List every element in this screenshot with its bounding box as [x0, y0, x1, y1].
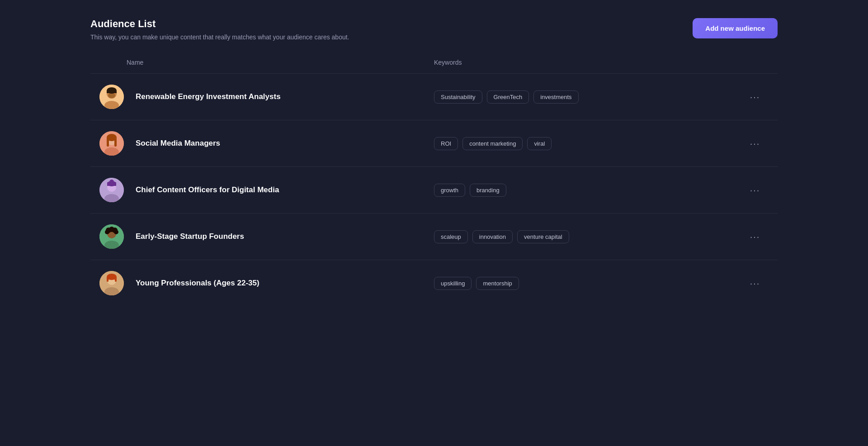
table-row: Chief Content Officers for Digital Media…	[90, 167, 778, 214]
audience-name: Young Professionals (Ages 22-35)	[127, 279, 434, 288]
keywords-cell: ROI content marketing viral	[434, 137, 741, 150]
header-left: Audience List This way, you can make uni…	[90, 18, 349, 41]
avatar	[99, 271, 124, 295]
row-more-button[interactable]: ···	[741, 181, 769, 199]
audience-name: Chief Content Officers for Digital Media	[127, 185, 434, 195]
keyword-tag: GreenTech	[487, 90, 529, 104]
name-column-header: Name	[127, 59, 434, 66]
svg-rect-10	[114, 138, 117, 147]
keywords-cell: upskilling mentorship	[434, 277, 741, 290]
avatar	[99, 131, 124, 156]
add-new-audience-button[interactable]: Add new audience	[693, 18, 778, 38]
avatar	[99, 224, 124, 249]
avatar	[99, 85, 124, 109]
keywords-column-header: Keywords	[434, 59, 741, 66]
table-row: Social Media Managers ROI content market…	[90, 120, 778, 167]
keyword-tag: investments	[533, 90, 578, 104]
svg-point-24	[114, 230, 118, 234]
keyword-tag: scaleup	[434, 230, 468, 243]
keywords-cell: scaleup innovation venture capital	[434, 230, 741, 243]
keywords-cell: growth branding	[434, 184, 741, 197]
audience-name: Early-Stage Startup Founders	[127, 232, 434, 241]
audience-name: Social Media Managers	[127, 139, 434, 148]
keyword-tag: ROI	[434, 137, 458, 150]
page-subtitle: This way, you can make unique content th…	[90, 33, 349, 41]
keywords-cell: Sustainability GreenTech investments	[434, 90, 741, 104]
row-more-button[interactable]: ···	[741, 135, 769, 152]
svg-rect-30	[107, 278, 108, 282]
page-title: Audience List	[90, 18, 349, 30]
page-header: Audience List This way, you can make uni…	[90, 18, 778, 41]
keyword-tag: viral	[527, 137, 552, 150]
svg-rect-16	[107, 182, 116, 186]
avatar	[99, 178, 124, 202]
audience-table: Name Keywords Renewable	[90, 59, 778, 306]
row-more-button[interactable]: ···	[741, 228, 769, 246]
keyword-tag: content marketing	[462, 137, 523, 150]
row-more-button[interactable]: ···	[741, 88, 769, 106]
table-row: Young Professionals (Ages 22-35) upskill…	[90, 260, 778, 306]
keyword-tag: growth	[434, 184, 465, 197]
keyword-tag: venture capital	[517, 230, 569, 243]
keyword-tag: mentorship	[476, 277, 519, 290]
keyword-tag: innovation	[472, 230, 513, 243]
audience-name: Renewable Energy Investment Analysts	[127, 92, 434, 101]
svg-rect-5	[107, 90, 117, 93]
page-container: Audience List This way, you can make uni…	[90, 18, 778, 306]
keyword-tag: Sustainability	[434, 90, 482, 104]
svg-rect-31	[115, 278, 117, 282]
svg-rect-9	[107, 138, 109, 147]
table-row: Early-Stage Startup Founders scaleup inn…	[90, 214, 778, 260]
row-more-button[interactable]: ···	[741, 275, 769, 292]
keyword-tag: upskilling	[434, 277, 472, 290]
table-header-row: Name Keywords	[90, 59, 778, 74]
keyword-tag: branding	[470, 184, 506, 197]
svg-point-23	[105, 230, 109, 234]
table-row: Renewable Energy Investment Analysts Sus…	[90, 74, 778, 120]
